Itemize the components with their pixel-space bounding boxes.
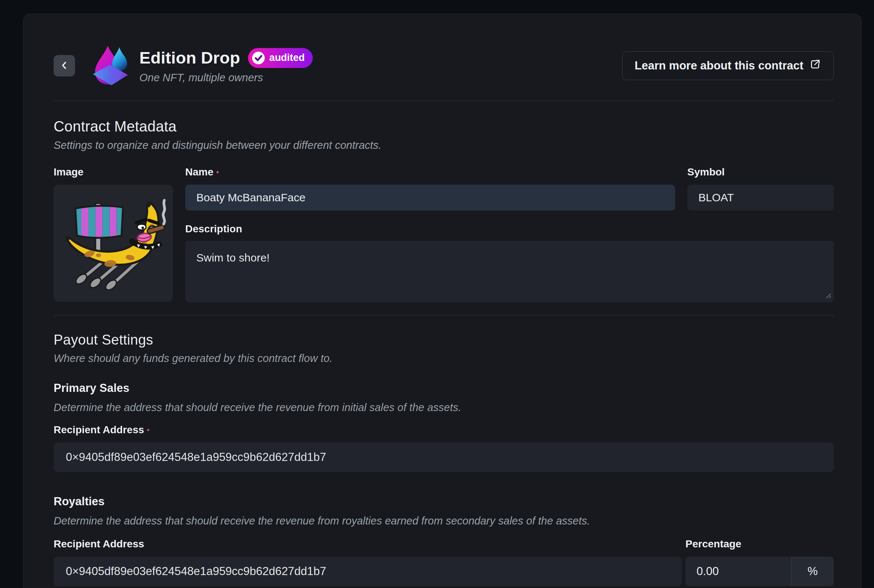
edition-drop-logo-icon bbox=[90, 44, 130, 87]
header-divider bbox=[54, 100, 834, 101]
primary-recipient-address-input[interactable] bbox=[54, 442, 834, 472]
image-upload-preview[interactable] bbox=[54, 184, 173, 302]
back-button[interactable] bbox=[54, 55, 75, 76]
name-input[interactable] bbox=[185, 184, 675, 210]
primary-sales-description: Determine the address that should receiv… bbox=[54, 402, 834, 414]
contract-metadata-form: Image Name* Symbol bbox=[54, 166, 834, 303]
contract-settings-card: Edition Drop audited One NFT, multiple o… bbox=[23, 14, 862, 588]
contract-metadata-description: Settings to organize and distinguish bet… bbox=[54, 139, 834, 152]
primary-recipient-label: Recipient Address bbox=[54, 424, 144, 435]
learn-more-button[interactable]: Learn more about this contract bbox=[622, 51, 834, 80]
description-label: Description bbox=[185, 223, 242, 235]
royalties-form: Recipient Address Percentage % bbox=[54, 538, 834, 586]
royalty-recipient-label: Recipient Address bbox=[54, 538, 144, 550]
symbol-label: Symbol bbox=[687, 166, 725, 178]
payout-settings-heading: Payout Settings bbox=[54, 332, 834, 348]
primary-recipient-required-asterisk: * bbox=[147, 428, 149, 434]
header: Edition Drop audited One NFT, multiple o… bbox=[54, 44, 834, 88]
royalties-heading: Royalties bbox=[54, 495, 834, 508]
payout-settings-description: Where should any funds generated by this… bbox=[54, 352, 834, 364]
learn-more-label: Learn more about this contract bbox=[635, 59, 803, 72]
banana-boat-illustration bbox=[54, 184, 173, 302]
name-label: Name bbox=[185, 166, 213, 178]
royalty-recipient-address-input[interactable] bbox=[54, 556, 682, 586]
percentage-field: % bbox=[686, 556, 834, 586]
page-subtitle: One NFT, multiple owners bbox=[139, 72, 313, 84]
chevron-left-icon bbox=[59, 60, 70, 72]
contract-metadata-heading: Contract Metadata bbox=[54, 118, 834, 135]
percentage-label: Percentage bbox=[686, 538, 741, 550]
page-title: Edition Drop bbox=[139, 48, 240, 68]
badge-label: audited bbox=[269, 52, 305, 63]
audited-badge: audited bbox=[248, 48, 313, 68]
external-link-icon bbox=[809, 58, 821, 73]
symbol-input[interactable] bbox=[687, 184, 834, 210]
name-required-asterisk: * bbox=[216, 170, 218, 177]
percentage-input[interactable] bbox=[686, 556, 791, 586]
description-textarea[interactable]: Swim to shore! bbox=[185, 241, 834, 303]
primary-sales-heading: Primary Sales bbox=[54, 381, 834, 395]
royalties-description: Determine the address that should receiv… bbox=[54, 515, 834, 527]
image-label: Image bbox=[54, 166, 84, 178]
title-block: Edition Drop audited One NFT, multiple o… bbox=[139, 48, 313, 84]
check-circle-icon bbox=[251, 51, 265, 65]
section-divider bbox=[54, 315, 834, 316]
percent-suffix: % bbox=[791, 556, 834, 586]
